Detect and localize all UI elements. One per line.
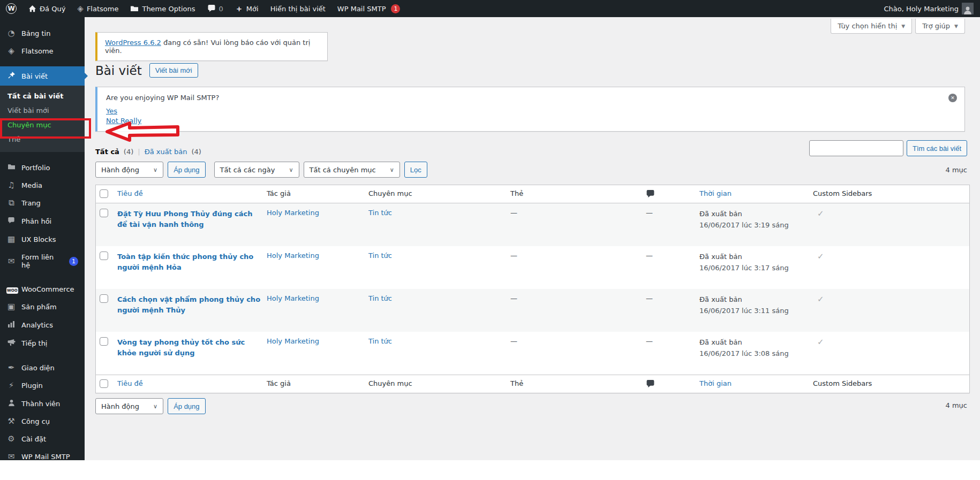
category-link[interactable]: Tin tức (368, 294, 392, 302)
sidebar-item-contact-form[interactable]: ✉ Form liên hệ 1 (0, 248, 85, 274)
apply-button[interactable]: Áp dụng (168, 398, 205, 414)
select-all-checkbox[interactable] (100, 189, 108, 198)
category-link[interactable]: Tin tức (368, 209, 392, 217)
post-date: 16/06/2017 lúc 3:17 sáng (699, 263, 808, 274)
column-date[interactable]: Thời gian (699, 189, 732, 197)
post-status: Đã xuất bản (699, 252, 808, 263)
posts-submenu: Tất cả bài viết Viết bài mới Chuyên mục … (0, 86, 85, 152)
analytics-icon (6, 321, 16, 329)
apply-button[interactable]: Áp dụng (168, 162, 205, 178)
survey-yes-link[interactable]: Yes (106, 107, 117, 115)
theme-options-label: Theme Options (142, 5, 195, 13)
sidebar-item-appearance[interactable]: ✒ Giao diện (0, 359, 85, 377)
sidebar-item-wp-mail-smtp[interactable]: ✉ WP Mail SMTP (0, 448, 85, 466)
table-row: Toàn tập kiến thức phong thủy cho người … (96, 246, 969, 289)
sidebar-item-woocommerce[interactable]: WOO WooCommerce (0, 280, 85, 298)
column-category: Chuyên mục (368, 185, 510, 202)
sidebar-item-comments[interactable]: Phản hồi (0, 212, 85, 231)
flatsome-menu[interactable]: ◈ Flatsome (71, 0, 124, 17)
site-menu[interactable]: Đá Quý (22, 0, 71, 17)
help-button[interactable]: Trợ giúp ▼ (915, 19, 965, 34)
row-checkbox[interactable] (100, 252, 108, 260)
appearance-icon: ✒ (6, 364, 16, 372)
sidebar-item-media[interactable]: ♫ Media (0, 177, 85, 194)
theme-options-menu[interactable]: Theme Options (124, 0, 201, 17)
sidebar-item-posts[interactable]: Bài viết (0, 66, 85, 86)
category-link[interactable]: Tin tức (368, 252, 392, 260)
post-title-link[interactable]: Vòng tay phong thủy tốt cho sức khỏe ngư… (117, 337, 261, 358)
bulk-action-select[interactable]: Hành động ∨ (95, 162, 163, 178)
sidebar-item-marketing[interactable]: Tiếp thị (0, 334, 85, 353)
sidebar-item-plugins[interactable]: ⚡ Plugin (0, 377, 85, 394)
author-link[interactable]: Holy Marketing (267, 252, 319, 260)
sidebar-item-pages[interactable]: ⧉ Trang (0, 194, 85, 212)
filter-button[interactable]: Lọc (404, 162, 427, 178)
author-link[interactable]: Holy Marketing (267, 209, 319, 217)
search-posts-button[interactable]: Tìm các bài viết (907, 140, 967, 156)
row-checkbox[interactable] (100, 209, 108, 217)
sidebar-item-dashboard[interactable]: ◔ Bảng tin (0, 25, 85, 42)
greeting: Chào, Holy Marketing (884, 5, 959, 13)
chevron-down-icon: ∨ (289, 166, 293, 173)
date-filter-select[interactable]: Tất cả các ngày ∨ (214, 162, 299, 178)
sidebar-item-analytics[interactable]: Analytics (0, 316, 85, 334)
search-input[interactable] (809, 140, 903, 156)
sidebar-item-ux-blocks[interactable]: ▦ UX Blocks (0, 231, 85, 248)
column-title[interactable]: Tiêu đề (117, 379, 143, 387)
sidebar-item-tools[interactable]: ⚒ Công cụ (0, 413, 85, 430)
screen-options-button[interactable]: Tùy chọn hiển thị ▼ (831, 19, 912, 34)
survey-no-link[interactable]: Not Really (106, 117, 141, 125)
submenu-categories[interactable]: Chuyên mục (0, 118, 85, 132)
header-checkbox-cell (96, 185, 117, 202)
marketing-icon (6, 339, 16, 348)
submenu-tags[interactable]: Thẻ (0, 132, 85, 147)
bulk-action-value: Hành động (101, 402, 139, 410)
custom-sidebar-check-icon: ✓ (813, 203, 969, 224)
wp-mail-smtp-menu[interactable]: WP Mail SMTP 1 (331, 0, 406, 17)
author-link[interactable]: Holy Marketing (267, 337, 319, 345)
sidebar-item-label: Analytics (21, 321, 53, 329)
sidebar-item-products[interactable]: ▣ Sản phẩm (0, 298, 85, 316)
post-title-link[interactable]: Cách chọn vật phẩm phong thủy cho người … (117, 294, 261, 315)
new-label: Mới (246, 5, 259, 13)
filter-all-link[interactable]: Tất cả (95, 148, 119, 156)
category-link[interactable]: Tin tức (368, 337, 392, 345)
new-content-menu[interactable]: ＋ Mới (229, 0, 265, 17)
settings-icon: ⚙ (6, 435, 16, 443)
sidebar-item-label: UX Blocks (21, 235, 56, 243)
comments-menu[interactable]: 0 (201, 0, 229, 17)
table-row: Vòng tay phong thủy tốt cho sức khỏe ngư… (96, 332, 969, 375)
tags-value: — (510, 203, 646, 222)
comments-value: — (646, 289, 699, 308)
site-name: Đá Quý (40, 5, 65, 13)
select-all-checkbox[interactable] (100, 379, 108, 388)
column-title[interactable]: Tiêu đề (117, 189, 143, 197)
row-checkbox[interactable] (100, 337, 108, 346)
post-title-link[interactable]: Toàn tập kiến thức phong thủy cho người … (117, 252, 261, 272)
sidebar-item-portfolio[interactable]: Portfolio (0, 158, 85, 177)
sidebar-item-users[interactable]: Thành viên (0, 394, 85, 413)
row-checkbox[interactable] (100, 294, 108, 303)
author-link[interactable]: Holy Marketing (267, 294, 319, 302)
filter-published-link[interactable]: Đã xuất bản (145, 148, 187, 156)
sidebar-item-flatsome[interactable]: ◈ Flatsome (0, 42, 85, 60)
my-account-menu[interactable]: Chào, Holy Marketing (878, 0, 974, 17)
wordpress-update-link[interactable]: WordPress 6.6.2 (105, 39, 161, 47)
post-title-link[interactable]: Đặt Tỳ Hưu Phong Thủy đúng cách để tài v… (117, 209, 261, 230)
table-controls-bottom: Hành động ∨ Áp dụng (95, 398, 206, 414)
sidebar-item-settings[interactable]: ⚙ Cài đặt (0, 430, 85, 448)
view-posts-menu[interactable]: Hiển thị bài viết (265, 0, 331, 17)
submenu-all-posts[interactable]: Tất cả bài viết (0, 89, 85, 103)
bulk-action-value: Hành động (101, 166, 139, 174)
media-icon: ♫ (6, 181, 16, 189)
column-date[interactable]: Thời gian (699, 379, 732, 387)
add-new-post-button[interactable]: Viết bài mới (149, 63, 198, 78)
category-filter-select[interactable]: Tất cả chuyên mục ∨ (304, 162, 400, 178)
dismiss-icon[interactable]: ✕ (948, 94, 957, 102)
sidebar-item-label: Sản phẩm (21, 303, 57, 311)
content-area: Tùy chọn hiển thị ▼ Trợ giúp ▼ WordPress… (85, 17, 980, 460)
users-icon (6, 399, 16, 408)
wp-logo-menu[interactable]: W (0, 0, 22, 17)
submenu-add-new[interactable]: Viết bài mới (0, 103, 85, 118)
bulk-action-select[interactable]: Hành động ∨ (95, 398, 163, 414)
